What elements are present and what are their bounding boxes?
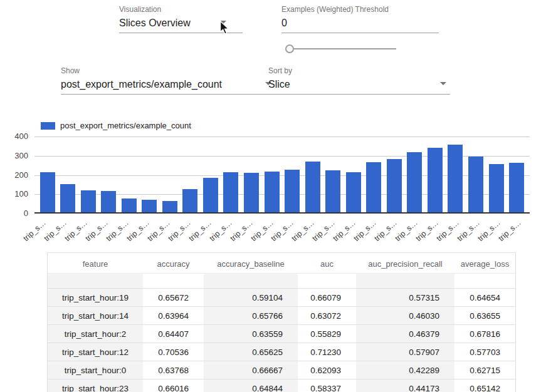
metric-cell: 0.70536 (143, 343, 204, 361)
column-header-auc_precision_recall[interactable]: auc_precision_recall (356, 253, 454, 273)
y-tick-label: 0 (0, 209, 28, 219)
visualization-label: Visualization (119, 5, 243, 14)
metrics-table: featureaccuracyaccuracy_baselineaucauc_p… (47, 252, 516, 392)
feature-cell: trip_start_hour:12 (48, 343, 143, 361)
metric-cell: 0.63655 (454, 307, 515, 324)
bar (142, 200, 157, 212)
metric-cell: 0.64407 (143, 325, 204, 343)
table-row: trip_start_hour:00.637680.666670.620930.… (48, 361, 515, 379)
x-tick-label: trip_s… (22, 219, 48, 243)
show-label: Show (61, 66, 279, 75)
slider-thumb[interactable] (285, 44, 294, 53)
feature-cell: trip_start_hour:0 (48, 361, 143, 379)
bar (448, 145, 463, 212)
bar-chart-plot (34, 137, 530, 214)
table-row: trip_start_hour:140.639640.657660.630720… (48, 306, 515, 324)
chart-legend: post_export_metrics/example_count (41, 121, 191, 130)
bar (305, 162, 320, 212)
metric-cell: 0.64654 (454, 289, 515, 306)
y-tick-label: 100 (0, 189, 28, 199)
metric-cell: 0.46379 (356, 325, 454, 343)
feature-cell: trip_start_hour:19 (48, 289, 143, 306)
column-header-auc[interactable]: auc (298, 253, 356, 273)
filter-cell (454, 274, 515, 288)
bar (387, 159, 402, 212)
bar (182, 189, 197, 212)
column-header-accuracy_baseline[interactable]: accuracy_baseline (204, 253, 298, 273)
metric-cell: 0.63559 (204, 325, 298, 343)
bar (101, 191, 116, 212)
column-header-average_loss[interactable]: average_loss (454, 253, 515, 273)
feature-cell: trip_start_hour:14 (48, 307, 143, 324)
chevron-down-icon[interactable] (440, 82, 446, 85)
bar (40, 172, 55, 212)
y-tick-label: 400 (0, 132, 28, 142)
table-row: trip_start_hour:190.656720.591040.660790… (48, 288, 515, 306)
metric-cell: 0.71230 (298, 343, 356, 361)
mouse-cursor-icon (219, 21, 229, 34)
sort-by-value[interactable]: Slice (268, 80, 450, 95)
bar (407, 152, 422, 212)
metric-cell: 0.65625 (204, 343, 298, 361)
bar (244, 173, 259, 212)
legend-swatch-icon (41, 122, 55, 130)
bar (285, 170, 300, 212)
metric-cell: 0.59104 (204, 289, 298, 306)
bar (265, 172, 280, 212)
table-row: trip_start_hour:120.705360.656250.712300… (48, 343, 515, 361)
slider-track[interactable] (285, 48, 396, 49)
metric-cell: 0.62715 (454, 361, 515, 379)
bar (122, 199, 137, 212)
legend-label: post_export_metrics/example_count (60, 121, 191, 130)
column-header-feature[interactable]: feature (48, 253, 143, 273)
x-tick: trip_s… (509, 215, 530, 246)
feature-cell: trip_start_hour:23 (48, 379, 143, 392)
metric-cell: 0.65142 (454, 379, 515, 392)
column-header-accuracy[interactable]: accuracy (143, 253, 204, 273)
metric-cell: 0.46030 (356, 307, 454, 324)
y-tick-label: 200 (0, 170, 28, 180)
metric-cell: 0.63964 (143, 307, 204, 324)
metric-cell: 0.58337 (298, 379, 356, 392)
bar (346, 172, 361, 212)
table-row: trip_start_hour:230.660160.648440.583370… (48, 379, 515, 392)
show-select[interactable]: Show post_export_metrics/example_count (61, 66, 279, 95)
filter-cell (48, 274, 143, 288)
threshold-input[interactable]: 0 (281, 18, 439, 33)
threshold-label: Examples (Weighted) Threshold (281, 5, 439, 14)
metric-cell: 0.57315 (356, 289, 454, 306)
metric-cell: 0.64844 (204, 379, 298, 392)
slices-overview-widget: Visualization Slices Overview Examples (… (0, 0, 541, 392)
table-header-row: featureaccuracyaccuracy_baselineaucauc_p… (48, 253, 515, 273)
table-body: trip_start_hour:190.656720.591040.660790… (48, 288, 515, 392)
metric-cell: 0.66016 (143, 379, 204, 392)
feature-cell: trip_start_hour:2 (48, 325, 143, 343)
sort-by-select[interactable]: Sort by Slice (268, 66, 450, 95)
y-tick-label: 300 (0, 151, 28, 161)
metric-cell: 0.55829 (298, 325, 356, 343)
y-axis-labels: 0100200300400 (0, 137, 28, 214)
metric-cell: 0.44173 (356, 379, 454, 392)
show-value[interactable]: post_export_metrics/example_count (61, 80, 279, 95)
metric-cell: 0.65672 (143, 289, 204, 306)
metric-cell: 0.62093 (298, 361, 356, 379)
metric-cell: 0.57907 (356, 343, 454, 361)
threshold-field[interactable]: Examples (Weighted) Threshold 0 (281, 5, 439, 33)
bar (60, 184, 75, 212)
bar (325, 170, 340, 212)
x-axis-labels: trip_s…trip_s…trip_s…trip_s…trip_s…trip_… (34, 215, 530, 246)
filter-cell (298, 274, 356, 288)
metric-cell: 0.63072 (298, 307, 356, 324)
filter-cell (204, 274, 298, 288)
threshold-slider[interactable] (285, 44, 396, 54)
metric-cell: 0.42289 (356, 361, 454, 379)
metric-cell: 0.66079 (298, 289, 356, 306)
bar-series (34, 135, 530, 212)
metric-cell: 0.57703 (454, 343, 515, 361)
metric-cell: 0.66667 (204, 361, 298, 379)
bar (428, 148, 443, 212)
bar (468, 157, 483, 212)
bar (203, 178, 218, 212)
metric-cell: 0.65766 (204, 307, 298, 324)
bar (223, 172, 238, 212)
